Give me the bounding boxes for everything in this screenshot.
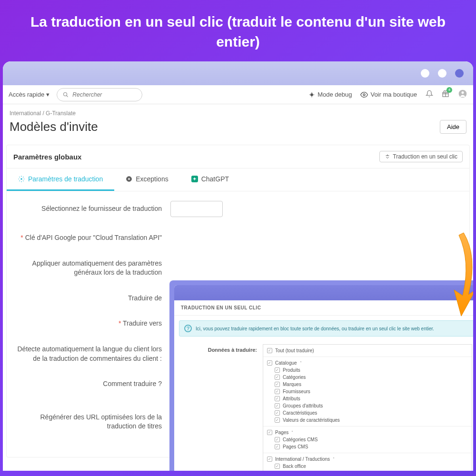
bug-icon bbox=[308, 91, 315, 98]
chatgpt-icon: ✦ bbox=[191, 176, 198, 182]
checkbox-icon[interactable] bbox=[267, 456, 272, 462]
eye-icon bbox=[360, 91, 368, 99]
panel-title: Paramètres globaux bbox=[13, 153, 81, 161]
tree-item[interactable]: Back office bbox=[267, 463, 468, 470]
form-label: Détecte automatiquement la langue du cli… bbox=[13, 345, 170, 363]
checkbox-icon[interactable] bbox=[275, 444, 280, 449]
panel-header: Paramètres globaux Traduction en un seul… bbox=[7, 145, 469, 169]
form-row-autoapply: Appliquer automatiquement des paramètres… bbox=[13, 259, 463, 278]
search-icon bbox=[63, 91, 69, 98]
tree-item[interactable]: Caractéristiques bbox=[267, 409, 468, 416]
translate-icon bbox=[385, 154, 390, 159]
checkbox-icon[interactable] bbox=[267, 430, 272, 435]
tab-label: Paramètres de traduction bbox=[28, 175, 103, 183]
tree-item[interactable]: Catégories bbox=[267, 374, 468, 381]
breadcrumb-item: G-Translate bbox=[46, 110, 76, 117]
chevron-up-icon: ˄ bbox=[300, 361, 302, 365]
view-shop-label: Voir ma boutique bbox=[370, 91, 417, 98]
form-label: Régénérer des URL optimisées lors de la … bbox=[13, 413, 170, 431]
translate-one-click-button[interactable]: Traduction en un seul clic bbox=[379, 151, 463, 162]
checkbox-icon[interactable] bbox=[275, 464, 280, 469]
breadcrumb: International / G-Translate bbox=[3, 104, 473, 119]
checkbox-icon[interactable] bbox=[267, 348, 272, 353]
modal-overlay: TRADUCTION EN UN SEUL CLIC ? Ici, vous p… bbox=[169, 280, 473, 471]
gift-icon[interactable]: 4 bbox=[442, 90, 449, 99]
search-input-wrap[interactable] bbox=[57, 88, 142, 101]
topbar-right: Mode debug Voir ma boutique 4 bbox=[308, 89, 467, 100]
info-text: Ici, vous pouvez traduire rapidement en … bbox=[196, 326, 434, 331]
translate-btn-label: Traduction en un seul clic bbox=[393, 153, 457, 160]
hero-title: La traduction en un seul clic (traduit l… bbox=[0, 0, 476, 61]
one-click-translation-modal: TRADUCTION EN UN SEUL CLIC ? Ici, vous p… bbox=[174, 285, 473, 471]
chevron-up-icon: ˄ bbox=[333, 457, 335, 461]
checkbox-icon[interactable] bbox=[275, 367, 280, 373]
tree-item[interactable]: Groupes d'attributs bbox=[267, 402, 468, 409]
quick-access-dropdown[interactable]: Accès rapide ▾ bbox=[9, 91, 50, 98]
notifications-bell-icon[interactable] bbox=[426, 90, 433, 99]
gear-icon bbox=[18, 176, 25, 182]
form-label: * Clé d'API Google pour "Cloud Translati… bbox=[13, 233, 170, 243]
checkbox-icon[interactable] bbox=[275, 417, 280, 423]
modal-form: Données à traduire: Tout (tout traduire)… bbox=[174, 341, 473, 471]
page-header: Modèles d'invite Aide bbox=[3, 119, 473, 141]
svg-point-2 bbox=[310, 93, 313, 96]
user-avatar-icon[interactable] bbox=[458, 89, 467, 100]
cancel-icon bbox=[126, 176, 132, 182]
modal-form-label: Données à traduire: bbox=[181, 344, 257, 471]
tree-item[interactable]: Attributs bbox=[267, 395, 468, 402]
view-shop-link[interactable]: Voir ma boutique bbox=[360, 91, 417, 99]
form-row-apikey: * Clé d'API Google pour "Cloud Translati… bbox=[13, 233, 463, 243]
form-label: Traduire de bbox=[13, 294, 170, 303]
browser-dot-active bbox=[455, 69, 464, 78]
tree-item[interactable]: Fournisseurs bbox=[267, 388, 468, 395]
mode-debug-link[interactable]: Mode debug bbox=[308, 91, 352, 98]
tree-international[interactable]: International / Traductions˄ bbox=[267, 456, 468, 463]
required-marker: * bbox=[119, 319, 123, 327]
info-banner: ? Ici, vous pouvez traduire rapidement e… bbox=[179, 320, 473, 337]
checkbox-icon[interactable] bbox=[275, 382, 280, 387]
tree-pages[interactable]: Pages˄ bbox=[267, 429, 468, 436]
checkbox-icon[interactable] bbox=[275, 403, 280, 408]
tree-item[interactable]: Produits bbox=[267, 367, 468, 374]
tree-catalogue[interactable]: Catalogue˄ bbox=[267, 359, 468, 367]
tree-all[interactable]: Tout (tout traduire) bbox=[267, 347, 468, 354]
tabs: Paramètres de traduction Exceptions ✦ Ch… bbox=[7, 169, 469, 191]
svg-point-7 bbox=[363, 94, 365, 96]
tab-exceptions[interactable]: Exceptions bbox=[114, 169, 179, 191]
tree-item[interactable]: Catégories CMS bbox=[267, 436, 468, 443]
svg-point-11 bbox=[20, 178, 22, 180]
checkbox-icon[interactable] bbox=[275, 396, 280, 401]
browser-dot bbox=[438, 69, 446, 78]
data-tree: Tout (tout traduire) Catalogue˄ Produits… bbox=[263, 344, 472, 471]
search-input[interactable] bbox=[72, 91, 136, 98]
checkbox-icon[interactable] bbox=[267, 360, 272, 366]
tab-translation-settings[interactable]: Paramètres de traduction bbox=[7, 169, 114, 191]
tree-item[interactable]: Valeurs de caractéristiques bbox=[267, 416, 468, 424]
breadcrumb-item[interactable]: International bbox=[10, 110, 41, 117]
chevron-down-icon: ▾ bbox=[46, 91, 50, 98]
page-title: Modèles d'invite bbox=[10, 119, 98, 134]
tab-label: Exceptions bbox=[136, 175, 168, 183]
browser-dot bbox=[421, 69, 429, 78]
tree-item[interactable]: Pages CMS bbox=[267, 443, 468, 450]
form-label: Sélectionnez le fournisseur de traductio… bbox=[13, 204, 170, 214]
form-label: Appliquer automatiquement des paramètres… bbox=[13, 259, 170, 278]
tree-item[interactable]: Marques bbox=[267, 381, 468, 388]
checkbox-icon[interactable] bbox=[275, 389, 280, 394]
mode-debug-label: Mode debug bbox=[317, 91, 352, 98]
checkbox-icon[interactable] bbox=[275, 375, 280, 380]
info-icon: ? bbox=[184, 325, 192, 332]
topbar: Accès rapide ▾ Mode debug Voir ma boutiq… bbox=[3, 85, 473, 104]
form-label: Comment traduire ? bbox=[13, 379, 170, 389]
checkbox-icon[interactable] bbox=[275, 410, 280, 416]
checkbox-icon[interactable] bbox=[275, 437, 280, 442]
help-button[interactable]: Aide bbox=[440, 120, 466, 134]
quick-access-label: Accès rapide bbox=[9, 91, 44, 98]
modal-title: TRADUCTION EN UN SEUL CLIC bbox=[174, 300, 473, 316]
tree-item[interactable]: Thèmes˅ bbox=[267, 470, 468, 471]
provider-select[interactable] bbox=[170, 201, 223, 217]
tab-chatgpt[interactable]: ✦ ChatGPT bbox=[180, 169, 240, 191]
tab-label: ChatGPT bbox=[201, 175, 229, 183]
modal-titlebar bbox=[174, 285, 473, 300]
svg-line-1 bbox=[67, 95, 68, 97]
